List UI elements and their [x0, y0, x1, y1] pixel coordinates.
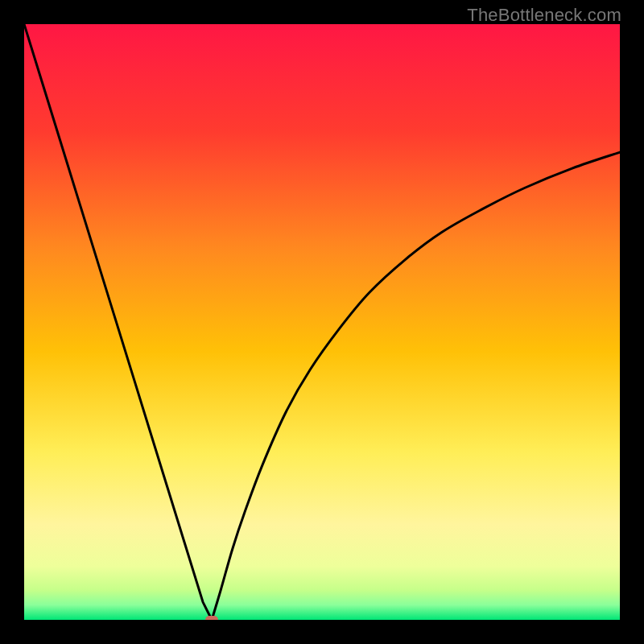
- minimum-marker: [205, 616, 218, 620]
- watermark-text: TheBottleneck.com: [467, 5, 621, 26]
- gradient-background: [24, 24, 620, 620]
- chart-frame: TheBottleneck.com: [0, 0, 644, 644]
- plot-area: [24, 24, 620, 620]
- chart-svg: [24, 24, 620, 620]
